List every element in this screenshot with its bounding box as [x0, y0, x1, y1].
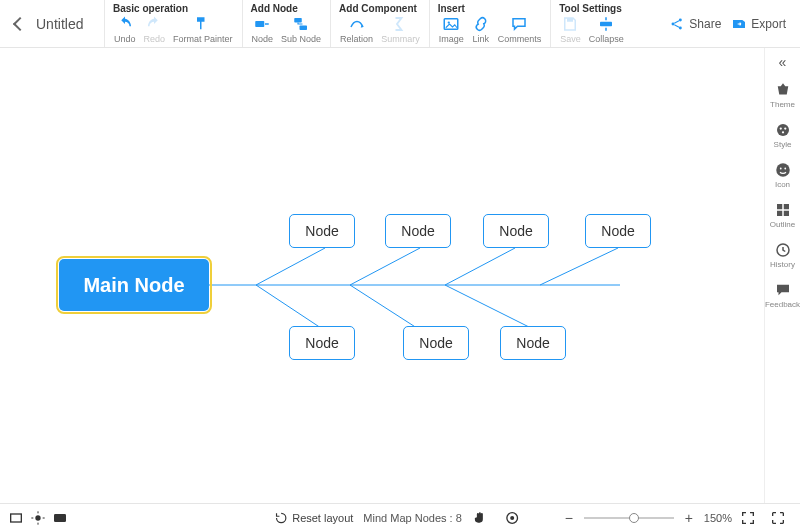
child-node[interactable]: Node [289, 214, 355, 248]
zoom-out-button[interactable]: − [562, 510, 576, 526]
image-icon [442, 15, 460, 33]
group-basic-operation: Basic operation Undo Redo Format Painter [104, 0, 242, 47]
collapse-button[interactable]: Collapse [586, 15, 627, 44]
collapse-icon [597, 15, 615, 33]
toolbar: Untitled Basic operation Undo Redo Forma… [0, 0, 800, 48]
feedback-icon [774, 281, 792, 299]
child-node[interactable]: Node [585, 214, 651, 248]
format-painter-button[interactable]: Format Painter [170, 15, 236, 44]
relation-button[interactable]: Relation [337, 15, 376, 44]
comments-icon [510, 15, 528, 33]
svg-rect-6 [600, 22, 612, 27]
fit-screen-button[interactable] [740, 510, 756, 526]
group-title: Basic operation [111, 2, 236, 15]
svg-rect-29 [783, 211, 788, 216]
icon-button[interactable]: Icon [765, 158, 800, 192]
svg-point-23 [776, 163, 790, 177]
history-button[interactable]: History [765, 238, 800, 272]
history-icon [774, 241, 792, 259]
svg-line-13 [350, 248, 420, 285]
svg-line-17 [350, 285, 420, 330]
svg-point-9 [679, 26, 682, 29]
style-button[interactable]: Style [765, 118, 800, 152]
insert-image-button[interactable]: Image [436, 15, 467, 44]
main-node[interactable]: Main Node [59, 259, 209, 311]
svg-point-19 [777, 124, 789, 136]
svg-rect-26 [777, 204, 782, 209]
theme-button[interactable]: Theme [765, 78, 800, 112]
svg-rect-1 [294, 18, 302, 23]
view-mode-2-icon[interactable] [30, 510, 46, 526]
zoom-handle[interactable] [629, 513, 639, 523]
svg-point-8 [679, 18, 682, 21]
relation-icon [348, 15, 366, 33]
svg-line-12 [256, 248, 325, 285]
child-node[interactable]: Node [289, 326, 355, 360]
outline-icon [774, 201, 792, 219]
undo-icon [116, 15, 134, 33]
top-actions: Share Export [669, 0, 794, 47]
canvas[interactable]: Main Node Node Node Node Node Node Node … [0, 48, 764, 503]
svg-line-18 [445, 285, 535, 330]
share-button[interactable]: Share [669, 16, 721, 32]
zoom-in-button[interactable]: + [682, 510, 696, 526]
subnode-icon [292, 15, 310, 33]
back-button[interactable] [6, 0, 34, 47]
svg-line-16 [256, 285, 324, 330]
svg-point-22 [781, 131, 783, 133]
link-icon [472, 15, 490, 33]
view-mode-1-icon[interactable] [8, 510, 24, 526]
svg-point-7 [672, 22, 675, 25]
child-node[interactable]: Node [385, 214, 451, 248]
redo-button[interactable]: Redo [141, 15, 169, 44]
child-node[interactable]: Node [403, 326, 469, 360]
svg-line-15 [540, 248, 618, 285]
outline-button[interactable]: Outline [765, 198, 800, 232]
svg-rect-5 [567, 18, 573, 22]
group-add-node: Add Node Node Sub Node [242, 0, 331, 47]
theme-icon [774, 81, 792, 99]
view-mode-3-icon[interactable] [52, 510, 68, 526]
svg-point-21 [784, 127, 786, 129]
svg-rect-37 [54, 514, 66, 522]
svg-rect-28 [777, 211, 782, 216]
summary-icon [391, 15, 409, 33]
child-node[interactable]: Node [500, 326, 566, 360]
svg-rect-2 [300, 26, 308, 31]
center-tool-button[interactable] [504, 510, 520, 526]
hand-tool-button[interactable] [472, 510, 488, 526]
zoom-level: 150% [704, 512, 732, 524]
node-count: Mind Map Nodes : 8 [363, 512, 461, 524]
group-insert: Insert Image Link Comments [429, 0, 551, 47]
svg-rect-27 [783, 204, 788, 209]
node-icon [253, 15, 271, 33]
group-tool-settings: Tool Settings Save Collapse [550, 0, 633, 47]
save-button[interactable]: Save [557, 15, 584, 44]
svg-point-20 [779, 127, 781, 129]
summary-button[interactable]: Summary [378, 15, 423, 44]
group-add-component: Add Component Relation Summary [330, 0, 429, 47]
svg-point-39 [510, 516, 514, 520]
zoom-slider[interactable] [584, 517, 674, 519]
collapse-sidebar-button[interactable]: « [779, 54, 787, 72]
svg-point-25 [784, 168, 786, 170]
add-subnode-button[interactable]: Sub Node [278, 15, 324, 44]
export-icon [731, 16, 747, 32]
svg-rect-31 [11, 514, 22, 522]
child-node[interactable]: Node [483, 214, 549, 248]
insert-link-button[interactable]: Link [469, 15, 493, 44]
feedback-button[interactable]: Feedback [765, 278, 800, 312]
document-title[interactable]: Untitled [34, 0, 104, 47]
fullscreen-button[interactable] [770, 510, 786, 526]
add-node-button[interactable]: Node [249, 15, 277, 44]
export-button[interactable]: Export [731, 16, 786, 32]
undo-button[interactable]: Undo [111, 15, 139, 44]
group-title: Add Component [337, 2, 423, 15]
style-icon [774, 121, 792, 139]
insert-comments-button[interactable]: Comments [495, 15, 545, 44]
status-bar: Reset layout Mind Map Nodes : 8 − + 150% [0, 503, 800, 531]
group-title: Tool Settings [557, 2, 627, 15]
reset-layout-button[interactable]: Reset layout [274, 510, 353, 526]
group-title: Insert [436, 2, 545, 15]
svg-point-32 [35, 515, 40, 520]
